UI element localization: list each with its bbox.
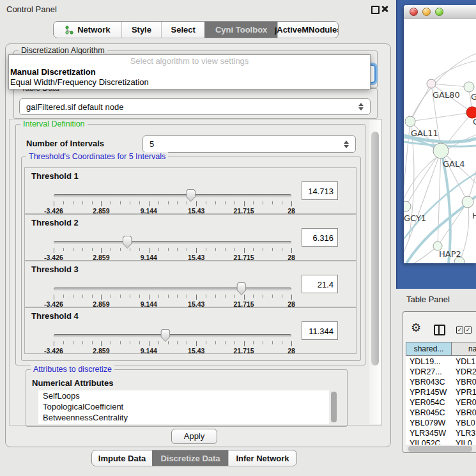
svg-text:HAP2: HAP2 <box>439 249 461 259</box>
table-data-combobox[interactable]: galFiltered.sif default node <box>19 98 371 115</box>
settings-gear-icon[interactable]: ⚙ <box>411 322 421 334</box>
network-node <box>405 116 415 127</box>
table-data-group: Table Data galFiltered.sif default node <box>13 88 378 119</box>
checkbox-icon[interactable]: ✓ <box>464 326 472 334</box>
zoom-traffic-light-icon[interactable] <box>435 8 443 16</box>
svg-text:H: H <box>472 211 476 220</box>
number-of-intervals-combobox[interactable]: 5 <box>142 135 356 153</box>
apply-button[interactable]: Apply <box>171 429 217 444</box>
column-header-name[interactable]: na <box>452 342 476 356</box>
popup-option-equal-width[interactable]: Equal Width/Frequency Discretization <box>9 77 370 88</box>
threshold-2-box: Threshold 2 -3.4262.8599.14415.4321.7152… <box>24 214 357 261</box>
threshold-2-label: Threshold 2 <box>31 218 79 227</box>
table-data-value: galFiltered.sif default node <box>26 102 123 112</box>
combo-stepper-icon <box>358 103 364 111</box>
slider-scale: -3.4262.8599.14415.4321.71528 <box>54 347 291 355</box>
tab-discretize-data[interactable]: Discretize Data <box>152 450 228 466</box>
checkbox-icon[interactable]: ✓ <box>456 326 463 334</box>
tab-network-label: Network <box>77 25 110 35</box>
slider-ticks <box>54 295 291 300</box>
threshold-3-box: Threshold 3 -3.4262.8599.14415.4321.7152… <box>24 261 357 307</box>
threshold-3-slider[interactable]: -3.4262.8599.14415.4321.71528 <box>54 284 291 306</box>
network-node <box>464 82 474 92</box>
threshold-coordinates-label: Threshold's Coordinates for 5 Intervals <box>26 152 168 162</box>
table-row[interactable]: YPR145WYPR1 <box>406 387 476 397</box>
algorithm-dropdown-popup: Select algorithm to view settings Manual… <box>8 54 371 89</box>
threshold-3-value-field[interactable]: 21.4 <box>302 275 338 293</box>
threshold-2-slider[interactable]: -3.4262.8599.14415.4321.71528 <box>54 238 291 259</box>
threshold-4-slider[interactable]: -3.4262.8599.14415.4321.71528 <box>54 331 291 353</box>
tab-network[interactable]: Network <box>54 22 121 38</box>
table-header-row: shared... na <box>406 342 476 356</box>
table-row[interactable]: YIL052CYIL0 <box>406 438 476 445</box>
table-row[interactable]: YDR27...YDR2 <box>406 367 476 377</box>
close-traffic-light-icon[interactable] <box>410 8 418 16</box>
slider-ticks <box>54 201 291 206</box>
list-item[interactable]: SelfLoops <box>38 390 329 401</box>
table-panel: ⚙ ✓ ✓ shared... na YDL19...YDL1 YDR27...… <box>403 311 476 453</box>
network-view-window[interactable]: GAL80 GA C GAL11 GAL4 GCY1 H HAP2 <box>404 5 476 263</box>
table-row[interactable]: YLR345WYLR3 <box>406 428 476 438</box>
table-row[interactable]: YBL079WYBL0 <box>406 418 476 428</box>
tab-infer-network[interactable]: Infer Network <box>228 450 296 466</box>
table-row[interactable]: YBR043CYBR0 <box>406 377 476 387</box>
table-panel-title: Table Panel <box>406 295 450 304</box>
slider-handle[interactable] <box>123 236 132 249</box>
svg-text:GCY1: GCY1 <box>404 213 426 223</box>
network-canvas[interactable]: GAL80 GA C GAL11 GAL4 GCY1 H HAP2 <box>404 19 476 263</box>
table-row[interactable]: YDL19...YDL1 <box>406 357 476 367</box>
close-icon[interactable] <box>381 5 388 13</box>
number-of-intervals-value: 5 <box>150 139 154 149</box>
threshold-1-slider[interactable]: -3.4262.8599.14415.4321.71528 <box>54 191 291 213</box>
slider-handle[interactable] <box>186 189 196 202</box>
table-row[interactable]: YER054CYER0 <box>406 397 476 408</box>
network-graph: GAL80 GA C GAL11 GAL4 GCY1 H HAP2 <box>404 19 476 263</box>
horizontal-scrollbar-thumb[interactable] <box>408 446 472 452</box>
vertical-scrollbar-thumb[interactable] <box>371 132 379 365</box>
svg-text:GAL11: GAL11 <box>411 128 438 138</box>
network-node <box>462 196 473 208</box>
window-titlebar[interactable] <box>404 5 476 19</box>
numerical-attributes-list[interactable]: SelfLoops TopologicalCoefficient Between… <box>38 390 329 424</box>
panel-title: Control Panel <box>6 4 57 14</box>
svg-text:GAL4: GAL4 <box>443 159 464 169</box>
slider-track[interactable] <box>54 194 291 197</box>
svg-text:C: C <box>473 117 476 127</box>
table-row[interactable]: YBR045CYBR0 <box>406 408 476 418</box>
slider-track[interactable] <box>54 288 291 291</box>
tab-select[interactable]: Select <box>161 22 204 38</box>
list-scrollbar-thumb[interactable] <box>331 392 337 422</box>
table-panel-titlebar: Table Panel <box>396 289 476 311</box>
popup-option-manual-discretization[interactable]: Manual Discretization <box>9 67 370 77</box>
interval-definition-label: Interval Definition <box>20 119 88 129</box>
slider-track[interactable] <box>54 241 291 244</box>
slider-track[interactable] <box>54 334 291 337</box>
svg-text:GAL80: GAL80 <box>433 90 460 100</box>
threshold-4-box: Threshold 4 -3.4262.8599.14415.4321.7152… <box>24 307 357 354</box>
threshold-2-value-field[interactable]: 6.316 <box>302 228 338 247</box>
list-item[interactable]: BetweennessCentrality <box>38 412 329 423</box>
split-columns-icon[interactable] <box>434 325 445 335</box>
threshold-1-value-field[interactable]: 14.713 <box>302 181 338 200</box>
svg-text:GA: GA <box>471 92 476 102</box>
threshold-1-label: Threshold 1 <box>31 171 79 181</box>
table-body[interactable]: YDL19...YDL1 YDR27...YDR2 YBR043CYBR0 YP… <box>406 357 476 445</box>
float-window-icon[interactable] <box>371 6 380 14</box>
slider-handle[interactable] <box>160 329 170 342</box>
popup-prompt: Select algorithm to view settings <box>9 55 370 67</box>
threshold-4-value-field[interactable]: 11.344 <box>302 321 338 340</box>
list-item[interactable]: TopologicalCoefficient <box>38 401 329 412</box>
application-window: Control Panel Network Style Select Cyni … <box>0 0 476 476</box>
tab-impute-data[interactable]: Impute Data <box>92 450 152 466</box>
horizontal-scrollbar-track[interactable] <box>406 445 476 452</box>
tab-cyni-toolbox[interactable]: Cyni Toolbox <box>204 22 277 38</box>
slider-handle[interactable] <box>236 282 246 295</box>
network-node <box>433 143 449 158</box>
tab-jactivemnodules[interactable]: jActiveMNodules <box>277 22 338 38</box>
column-header-shared-name[interactable]: shared... <box>406 342 452 356</box>
minimize-traffic-light-icon[interactable] <box>422 8 431 16</box>
threshold-4-label: Threshold 4 <box>31 311 79 321</box>
network-node <box>404 201 411 211</box>
tab-style[interactable]: Style <box>121 22 161 38</box>
threshold-3-label: Threshold 3 <box>31 265 79 274</box>
